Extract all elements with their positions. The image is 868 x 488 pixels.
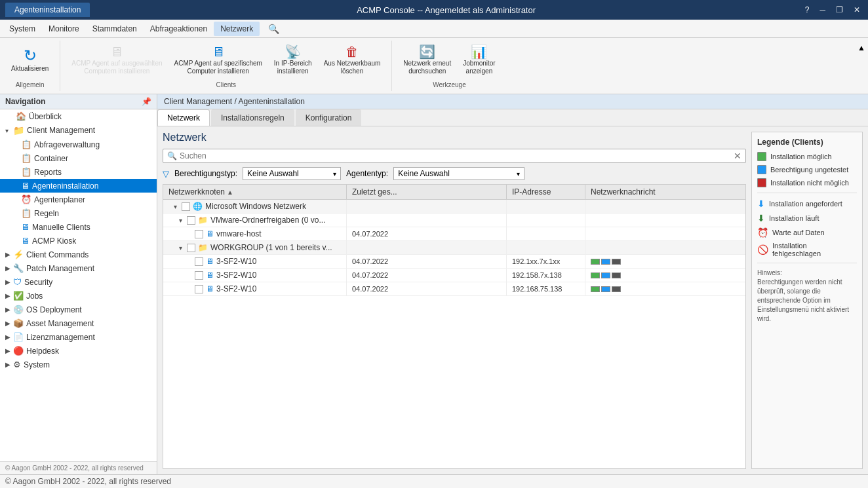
menu-abfrageaktionen[interactable]: Abfrageaktionen <box>144 22 214 36</box>
col-netzwerkknoten[interactable]: Netzwerkknoten ▲ <box>163 185 347 199</box>
help-button[interactable]: ? <box>802 5 812 14</box>
jobs-icon: ✅ <box>13 291 24 301</box>
checkbox[interactable] <box>195 230 203 238</box>
sidebar-item-patch-management[interactable]: ▶ 🔧 Patch Management <box>0 261 157 275</box>
checkbox[interactable] <box>195 285 203 293</box>
table-row[interactable]: 🖥 3-SF2-W10 04.07.2022 192.1xx.7x.1xx <box>163 255 745 269</box>
col-ip[interactable]: IP-Adresse <box>507 185 585 199</box>
rescan-label: Netzwerk erneutdurchsuchen <box>403 60 451 75</box>
cell-ip: 192.158.7x.138 <box>507 269 585 282</box>
delete-network-button[interactable]: 🗑 Aus Netzwerkbaumlöschen <box>319 43 385 77</box>
legend-panel: Legende (Clients) Installation möglich B… <box>751 132 863 469</box>
toolbar-werkzeuge-buttons: 🔄 Netzwerk erneutdurchsuchen 📊 Jobmonito… <box>399 43 500 77</box>
legend-text: Installation läuft <box>769 214 819 222</box>
berechtigungstyp-dropdown[interactable]: Keine Auswahl ▾ <box>243 167 341 180</box>
pc-icon: 🖥 <box>206 284 214 293</box>
checkbox[interactable] <box>182 202 190 211</box>
tab-installationsregeln[interactable]: Installationsregeln <box>211 109 294 126</box>
close-button[interactable]: ✕ <box>851 5 863 14</box>
sidebar-item-helpdesk[interactable]: ▶ 🔴 Helpdesk <box>0 344 157 358</box>
minimize-button[interactable]: ─ <box>817 5 828 14</box>
checkbox[interactable] <box>187 244 195 252</box>
table-row[interactable]: 🖥 3-SF2-W10 04.07.2022 192.168.75.138 <box>163 282 745 296</box>
menu-monitore[interactable]: Monitore <box>42 22 86 36</box>
table-row[interactable]: 🖥 vmware-host 04.07.2022 <box>163 227 745 241</box>
jobmonitor-button[interactable]: 📊 Jobmonitoranzeigen <box>458 43 500 77</box>
asset-management-icon: 📦 <box>13 318 24 328</box>
title-controls: ? ─ ❐ ✕ <box>802 5 863 14</box>
os-deployment-icon: 💿 <box>13 305 24 314</box>
sidebar-item-client-management[interactable]: ▾ 📁 Client Management <box>0 123 157 138</box>
checkbox[interactable] <box>187 216 195 225</box>
tab-netzwerk[interactable]: Netzwerk <box>157 109 210 126</box>
legend-text: Installation angefordert <box>769 200 842 208</box>
install-specific-button[interactable]: 🖥 ACMP Agent auf spezifischemComputer in… <box>170 43 267 77</box>
sidebar-item-label: Patch Management <box>26 264 94 273</box>
rescan-network-button[interactable]: 🔄 Netzwerk erneutdurchsuchen <box>399 43 456 77</box>
search-button[interactable]: 🔍 <box>264 22 284 36</box>
tab-konfiguration[interactable]: Konfiguration <box>296 109 362 126</box>
col-zuletzt[interactable]: Zuletzt ges... <box>347 185 507 199</box>
sidebar-item-client-commands[interactable]: ▶ ⚡ Client Commands <box>0 248 157 261</box>
expand-btn[interactable]: ▾ <box>174 203 182 210</box>
patch-management-icon: 🔧 <box>13 263 24 273</box>
expand-icon: ▶ <box>5 361 13 368</box>
install-ip-button[interactable]: 📡 In IP-Bereichinstallieren <box>269 43 317 77</box>
sidebar-content: 🏠 Überblick ▾ 📁 Client Management 📋 Abfr… <box>0 109 157 461</box>
menu-bar: System Monitore Stammdaten Abfrageaktion… <box>0 20 868 38</box>
sidebar-item-os-deployment[interactable]: ▶ 💿 OS Deployment <box>0 303 157 316</box>
sidebar-item-uberblick[interactable]: 🏠 Überblick <box>0 109 157 123</box>
table-row[interactable]: ▾ 📁 VMware-Ordnerfreigaben (0 vo... <box>163 214 745 227</box>
sidebar-item-system[interactable]: ▶ ⚙ System <box>0 358 157 371</box>
sidebar-item-container[interactable]: 📋 Container <box>0 151 157 165</box>
checkbox[interactable] <box>195 257 203 266</box>
regeln-icon: 📋 <box>21 208 31 218</box>
menu-stammdaten[interactable]: Stammdaten <box>86 22 144 36</box>
system-icon: ⚙ <box>13 360 21 369</box>
search-input[interactable] <box>180 151 734 160</box>
sidebar-item-jobs[interactable]: ▶ ✅ Jobs <box>0 289 157 303</box>
checkbox[interactable] <box>195 271 203 280</box>
sidebar-item-label: OS Deployment <box>26 305 82 314</box>
network-panel: Netzwerk 🔍 ✕ ▽ Berechtigungstyp: Keine A… <box>157 126 868 474</box>
sidebar-item-lizenzmanagement[interactable]: ▶ 📄 Lizenzmanagement <box>0 330 157 344</box>
sidebar-item-security[interactable]: ▶ 🛡 Security <box>0 275 157 289</box>
menu-system[interactable]: System <box>3 22 42 36</box>
sidebar-item-label: Agenteninstallation <box>32 181 98 191</box>
col-msg[interactable]: Netzwerknachricht <box>585 185 745 199</box>
expand-icon: ▶ <box>5 306 13 313</box>
cell-ip <box>507 214 585 227</box>
title-tab[interactable]: Agenteninstallation <box>5 3 90 17</box>
table-row[interactable]: ▾ 🌐 Microsoft Windows Netzwerk <box>163 200 745 214</box>
content-tabs: Netzwerk Installationsregeln Konfigurati… <box>157 109 868 126</box>
flag-dark <box>612 286 621 292</box>
install-selected-button[interactable]: 🖥 ACMP Agent auf ausgewähltenComputern i… <box>67 43 167 77</box>
search-clear-icon[interactable]: ✕ <box>734 151 741 161</box>
table-row[interactable]: 🖥 3-SF2-W10 04.07.2022 192.158.7x.138 <box>163 269 745 282</box>
filter-berechtigungstyp-label: Berechtigungstyp: <box>174 169 237 178</box>
expand-icon: ▶ <box>5 320 13 327</box>
table-row[interactable]: ▾ 📁 WORKGROUP (1 von 1 bereits v... <box>163 241 745 255</box>
table-header: Netzwerkknoten ▲ Zuletzt ges... IP-Adres… <box>163 185 745 200</box>
sidebar-pin-icon[interactable]: 📌 <box>142 97 151 106</box>
sidebar-item-acmp-kiosk[interactable]: 🖥 ACMP Kiosk <box>0 234 157 248</box>
expand-btn[interactable]: ▾ <box>179 244 187 252</box>
restore-button[interactable]: ❐ <box>833 5 846 14</box>
cell-date: 04.07.2022 <box>347 255 507 268</box>
expand-btn[interactable]: ▾ <box>179 217 187 224</box>
sidebar-item-reports[interactable]: 📋 Reports <box>0 165 157 179</box>
menu-netzwerk[interactable]: Netzwerk <box>214 22 260 36</box>
toolbar-collapse[interactable]: ▲ <box>855 41 868 55</box>
cell-netzwerkknoten: 🖥 3-SF2-W10 <box>163 282 347 295</box>
sidebar-header: Navigation 📌 <box>0 94 157 109</box>
sidebar-item-agenteninstallation[interactable]: 🖥 Agenteninstallation <box>0 179 157 193</box>
sidebar-item-asset-management[interactable]: ▶ 📦 Asset Management <box>0 316 157 330</box>
sidebar-item-agentenplaner[interactable]: ⏰ Agentenplaner <box>0 193 157 206</box>
sidebar-item-regeln[interactable]: 📋 Regeln <box>0 206 157 220</box>
col-msg-label: Netzwerknachricht <box>591 187 656 197</box>
sidebar-item-abfrageverwaltung[interactable]: 📋 Abfrageverwaltung <box>0 138 157 151</box>
sidebar-item-manuelle-clients[interactable]: 🖥 Manuelle Clients <box>0 220 157 234</box>
aktualisieren-button[interactable]: ↻ Aktualisieren <box>7 43 53 77</box>
breadcrumb: Client Management / Agenteninstallation <box>157 94 868 109</box>
agententyp-dropdown[interactable]: Keine Auswahl ▾ <box>393 167 524 180</box>
